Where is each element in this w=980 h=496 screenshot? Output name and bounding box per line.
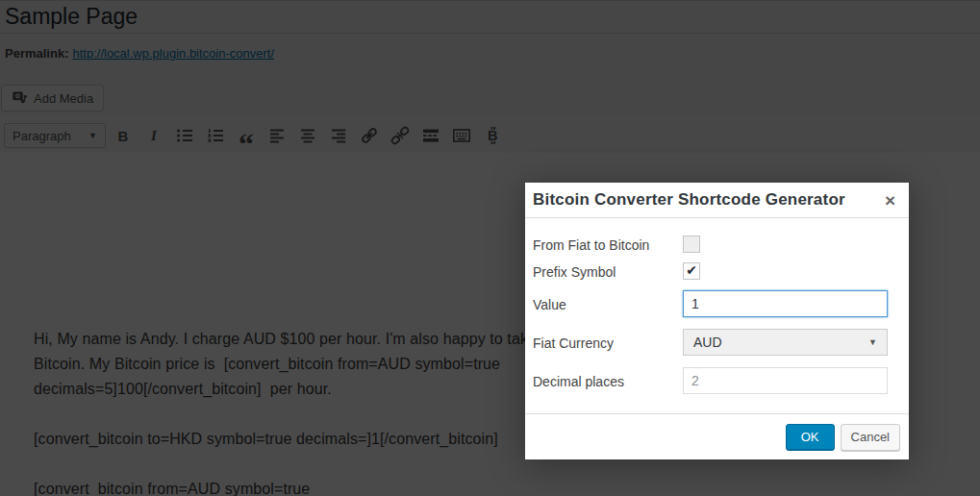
- fiat-currency-value: AUD: [693, 335, 722, 350]
- from-fiat-checkbox[interactable]: [683, 236, 700, 253]
- ok-button[interactable]: OK: [786, 424, 835, 451]
- chevron-down-icon: ▼: [868, 337, 877, 347]
- fiat-currency-label: Fiat Currency: [533, 335, 614, 351]
- close-icon: ×: [885, 190, 895, 211]
- bitcoin-shortcode-dialog: Bitcoin Converter Shortcode Generator × …: [525, 183, 909, 459]
- value-input[interactable]: [683, 290, 888, 317]
- fiat-currency-select[interactable]: AUD ▼: [683, 329, 888, 356]
- value-label: Value: [533, 297, 566, 312]
- dialog-footer: OK Cancel: [525, 413, 909, 459]
- from-fiat-label: From Fiat to Bitcoin: [533, 237, 649, 253]
- dialog-header: Bitcoin Converter Shortcode Generator ×: [525, 183, 909, 218]
- close-button[interactable]: ×: [881, 191, 899, 210]
- cancel-button[interactable]: Cancel: [841, 424, 900, 451]
- dialog-title: Bitcoin Converter Shortcode Generator: [533, 190, 845, 210]
- prefix-symbol-label: Prefix Symbol: [533, 264, 616, 280]
- prefix-symbol-checkbox[interactable]: ✔: [683, 262, 700, 280]
- decimal-places-label: Decimal places: [533, 374, 624, 389]
- checkmark-icon: ✔: [686, 263, 697, 277]
- decimal-places-input[interactable]: [683, 367, 888, 394]
